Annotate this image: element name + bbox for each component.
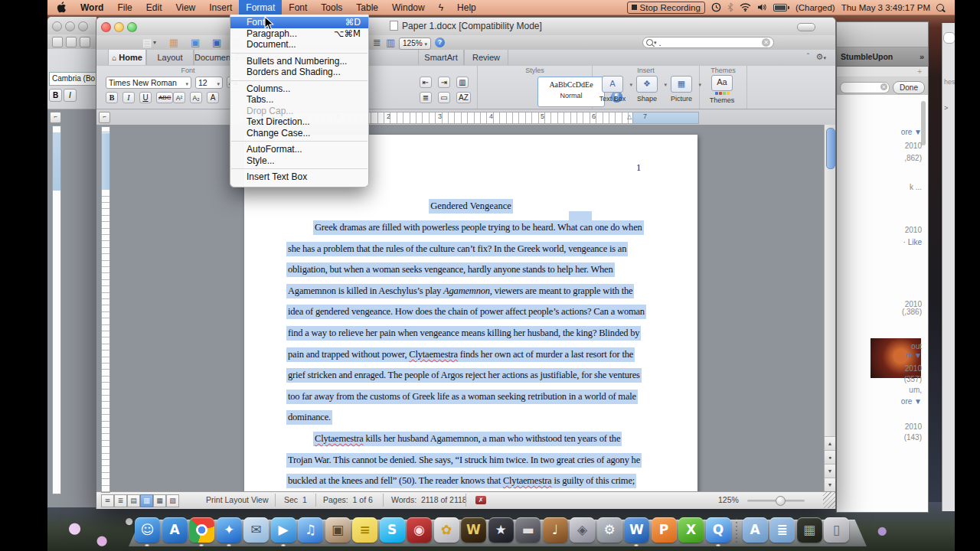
zoom-control[interactable]: 125% ▾ <box>399 37 431 50</box>
publishing-view-button[interactable]: ▤ <box>127 494 140 507</box>
tab-stop-selector[interactable]: ⌐ <box>50 112 61 123</box>
word-count[interactable]: Words: 2118 of 2118 <box>391 495 467 504</box>
close-icon[interactable] <box>52 21 62 31</box>
gear-icon[interactable]: ⚙▾ <box>816 52 826 62</box>
paragraph-button-2[interactable]: ▥ <box>456 77 469 88</box>
menubar-item-file[interactable]: File <box>110 0 139 15</box>
font-b-button[interactable]: B <box>106 92 118 103</box>
menu-bar-clock[interactable]: Thu May 3 3:49:17 PM <box>841 3 930 12</box>
pages-indicator[interactable]: Pages: 1 of 6 <box>323 495 373 504</box>
font-name-select[interactable]: Times New Roman▾ <box>106 77 191 89</box>
right-indent-marker[interactable]: △ <box>627 113 632 120</box>
menubar-item-edit[interactable]: Edit <box>139 0 169 15</box>
menu-item-document[interactable]: Document... <box>230 39 368 51</box>
dock-icon-chrome[interactable] <box>189 517 214 543</box>
stop-recording-button[interactable]: Stop Recording <box>627 2 705 14</box>
applescript-icon[interactable]: ϟ <box>432 0 450 15</box>
zoom-icon[interactable] <box>78 21 88 31</box>
print-layout-view-button[interactable]: ▥ <box>140 494 153 507</box>
add-row[interactable]: + <box>837 67 928 77</box>
menu-item-style[interactable]: Style... <box>230 155 368 167</box>
draft-view-button[interactable]: ≡ <box>101 494 114 507</box>
menubar-item-format[interactable]: Format <box>239 0 282 15</box>
vertical-scrollbar[interactable]: ▲●▼▼ <box>824 125 835 491</box>
font-abc-button[interactable]: ABC <box>156 92 173 103</box>
dock-icon-photo-booth[interactable]: ▣ <box>325 517 351 543</box>
paragraph-button-4[interactable]: ▭ <box>438 92 450 103</box>
collapse-ribbon-icon[interactable]: ˆ <box>807 53 809 61</box>
volume-icon[interactable] <box>757 3 767 11</box>
open-icon[interactable]: ▣ <box>191 35 200 50</box>
menu-item-insert-text-box[interactable]: Insert Text Box <box>230 171 368 183</box>
notebook-view-button[interactable]: ▦ <box>153 494 166 507</box>
dock-icon-applications-folder[interactable]: A <box>743 517 768 543</box>
dock-icon-itunes[interactable]: ♫ <box>298 517 323 543</box>
url-field[interactable] <box>943 32 955 44</box>
menu-item-columns[interactable]: Columns... <box>230 83 368 95</box>
zoom-slider-knob[interactable] <box>776 496 786 506</box>
dock-icon-mail[interactable]: ✉ <box>243 517 269 543</box>
dock-icon-garageband[interactable]: ♩ <box>543 517 568 543</box>
dock-icon-excel[interactable]: X <box>678 517 704 543</box>
tab-home[interactable]: ⌂Home <box>108 50 146 65</box>
tab-review[interactable]: Review <box>464 50 508 65</box>
minimize-icon[interactable] <box>65 21 75 31</box>
close-icon[interactable] <box>101 22 111 32</box>
menubar-item-font[interactable]: Font <box>282 0 314 15</box>
dock-icon-documents-folder[interactable]: ≣ <box>769 517 795 543</box>
title-bar[interactable]: Paper 1.docx [Compatibility Mode] <box>96 18 835 36</box>
battery-icon[interactable] <box>773 4 789 11</box>
menu-item-tabs[interactable]: Tabs... <box>230 94 368 106</box>
menubar-item-insert[interactable]: Insert <box>202 0 239 15</box>
new-document-caret-icon[interactable]: ▾ <box>153 35 156 50</box>
paragraph-button-3[interactable]: ≣ <box>420 92 432 103</box>
print-preview-icon[interactable]: ▥ <box>386 35 395 50</box>
dock-icon-stickies[interactable]: ≡ <box>352 517 377 543</box>
font-u-button[interactable]: U <box>139 92 152 103</box>
tab-layout[interactable]: Layout <box>146 50 194 65</box>
dock-icon-screenshot-file[interactable]: ▦ <box>797 517 822 543</box>
spotlight-icon[interactable] <box>936 4 944 11</box>
font-a-button[interactable]: A <box>207 92 219 103</box>
menu-item-change-case[interactable]: Change Case... <box>230 128 368 139</box>
wifi-icon[interactable] <box>740 3 751 11</box>
scroll-down-button[interactable]: ▼ <box>825 478 835 491</box>
menu-item-paragraph[interactable]: Paragraph...⌥⌘M <box>230 28 368 40</box>
scroll-prev-page-button[interactable]: ▲ <box>825 436 835 450</box>
new-document-icon[interactable] <box>52 37 63 47</box>
menubar-item-view[interactable]: View <box>168 0 202 15</box>
toolbar-toggle-button[interactable] <box>797 23 815 31</box>
dock-icon-world-of-warcraft[interactable]: W <box>461 517 486 543</box>
font-a-button[interactable]: A² <box>173 92 185 103</box>
save-icon[interactable] <box>80 37 90 47</box>
full-screen-view-button[interactable]: ▧ <box>166 494 179 507</box>
help-button[interactable]: ? <box>435 37 445 47</box>
italic-button[interactable]: I <box>64 89 77 102</box>
scroll-next-page-button[interactable]: ▼ <box>825 464 835 478</box>
font-i-button[interactable]: I <box>122 92 135 103</box>
dock-icon-skype[interactable]: S <box>380 517 405 543</box>
text-box-button[interactable]: A▾Text Box <box>596 76 629 103</box>
tab-stop-selector[interactable]: ⌐ <box>99 112 110 123</box>
dock-icon-imovie[interactable]: ★ <box>488 517 514 543</box>
clear-icon[interactable]: ✕ <box>762 38 770 47</box>
paragraph-button-5[interactable]: AZ <box>456 92 471 103</box>
done-button[interactable]: Done <box>893 81 925 94</box>
dock-icon-word[interactable]: W <box>624 517 649 543</box>
dock-icon-system-preferences[interactable]: ⚙ <box>597 517 622 543</box>
paragraph-button-1[interactable]: ⇥ <box>438 77 450 88</box>
browser-scrollbar[interactable] <box>921 101 926 145</box>
chevron-right-icon[interactable]: > <box>944 104 948 112</box>
tab-smartart[interactable]: SmartArt <box>418 50 464 65</box>
chevrons-icon[interactable]: » <box>920 52 924 61</box>
browser-search-input[interactable]: ✕ <box>840 82 890 93</box>
menu-item-bullets-and-numbering[interactable]: Bullets and Numbering... <box>230 56 368 67</box>
save-icon[interactable]: ▣ <box>212 35 221 50</box>
font-a-button[interactable]: A₂ <box>190 92 202 103</box>
elements-gallery-icon[interactable]: ▦ <box>169 35 178 50</box>
font-size-select[interactable]: 12▾ <box>195 77 223 89</box>
themes-button[interactable]: Aa Themes <box>709 75 735 104</box>
dock-icon-final-cut[interactable]: ▬ <box>515 517 541 543</box>
horizontal-ruler[interactable]: △ 1234567 <box>96 110 835 126</box>
dock-icon-app-store[interactable]: A <box>162 517 188 543</box>
